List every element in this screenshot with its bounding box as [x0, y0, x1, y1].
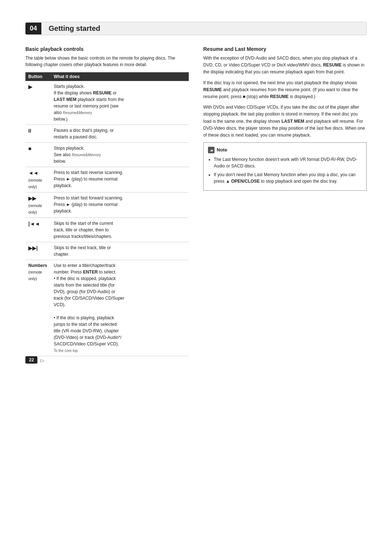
description-cell: Press to start fast reverse scanning. Pr…	[51, 167, 189, 193]
table-row: ▶ Starts playback. If the display shows …	[25, 81, 189, 125]
button-cell: |◄◄	[25, 218, 51, 242]
description-cell: Skips to the start of the current track,…	[51, 218, 189, 242]
right-para-2: If the disc tray is not opened, the next…	[203, 80, 367, 101]
note-icon: 𝓃	[208, 147, 215, 153]
button-cell: ▶▶(remoteonly)	[25, 193, 51, 218]
left-intro: The table below shows the basic controls…	[25, 55, 189, 68]
button-cell: ▶	[25, 81, 51, 125]
note-box: 𝓃 Note The Last Memory function doesn't …	[203, 142, 367, 191]
chapter-number: 04	[25, 23, 41, 35]
table-header-row: Button What it does	[25, 72, 189, 81]
list-item: If you don't need the Last Memory functi…	[214, 171, 362, 185]
note-label: Note	[217, 146, 227, 154]
description-cell: Pauses a disc that's playing, or restart…	[51, 125, 189, 143]
table-row: II Pauses a disc that's playing, or rest…	[25, 125, 189, 143]
table-row: ■ Stops playback. See also Resume&Memory…	[25, 143, 189, 167]
left-section-title: Basic playback controls	[25, 46, 189, 52]
description-cell: Starts playback. If the display shows RE…	[51, 81, 189, 125]
chapter-title: Getting started	[41, 22, 367, 35]
right-section-title: Resume and Last Memory	[203, 46, 367, 52]
right-body: With the exception of DVD-Audio and SACD…	[203, 55, 367, 191]
right-column: Resume and Last Memory With the exceptio…	[203, 46, 367, 356]
note-title: 𝓃 Note	[208, 146, 362, 154]
col-what-it-does: What it does	[51, 72, 189, 81]
description-cell: Press to start fast forward scanning. Pr…	[51, 193, 189, 218]
list-item: The Last Memory function doesn't work wi…	[214, 156, 362, 169]
table-row: Numbers(remoteonly) Use to enter a title…	[25, 260, 189, 356]
button-cell: ■	[25, 143, 51, 167]
description-cell: Skips to the next track, title or chapte…	[51, 242, 189, 260]
description-cell: Stops playback. See also Resume&Memory b…	[51, 143, 189, 167]
description-cell: Use to enter a title/chapter/track numbe…	[51, 260, 189, 356]
button-cell: ◄◄(remoteonly)	[25, 167, 51, 193]
chapter-header: 04 Getting started	[25, 22, 367, 35]
table-row: ▶▶| Skips to the next track, title or ch…	[25, 242, 189, 260]
left-column: Basic playback controls The table below …	[25, 46, 189, 356]
button-cell: II	[25, 125, 51, 143]
playback-table: Button What it does ▶ Starts playback. I…	[25, 72, 189, 356]
right-para-3: With DVDs and Video CD/Super VCDs, if yo…	[203, 104, 367, 139]
button-cell: ▶▶|	[25, 242, 51, 260]
page: 04 Getting started Basic playback contro…	[0, 0, 392, 378]
button-cell: Numbers(remoteonly)	[25, 260, 51, 356]
table-row: |◄◄ Skips to the start of the current tr…	[25, 218, 189, 242]
right-para-1: With the exception of DVD-Audio and SACD…	[203, 55, 367, 76]
page-number: 22	[25, 356, 37, 364]
note-list: The Last Memory function doesn't work wi…	[208, 156, 362, 185]
col-button: Button	[25, 72, 51, 81]
page-lang: En	[40, 359, 44, 363]
content-columns: Basic playback controls The table below …	[25, 46, 367, 356]
table-row: ◄◄(remoteonly) Press to start fast rever…	[25, 167, 189, 193]
table-row: ▶▶(remoteonly) Press to start fast forwa…	[25, 193, 189, 218]
